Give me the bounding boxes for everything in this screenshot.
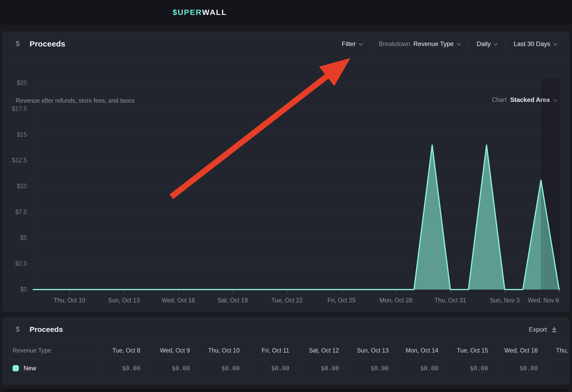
chart-type-value: Stacked Area — [510, 96, 550, 103]
date-range-value: Last 30 Days — [514, 40, 550, 48]
chart-subtitle: Revenue after refunds, store fees, and t… — [16, 97, 134, 104]
table-cell-value: $0.00 — [397, 359, 447, 377]
table-header-date: Sun, Oct 13 — [347, 342, 397, 359]
table-panel-title: Proceeds — [30, 325, 63, 334]
table-header-date: Thu, Oct 17 — [546, 342, 569, 359]
table-cell-value: $0.00 — [99, 359, 149, 377]
breakdown-value: Revenue Type — [413, 40, 454, 48]
table-header-date: Wed, Oct 9 — [149, 342, 198, 359]
divider — [371, 38, 371, 49]
next-panel-sliver — [2, 389, 569, 392]
table-header-date: Mon, Oct 14 — [397, 342, 447, 359]
table-header-date: Tue, Oct 15 — [447, 342, 496, 359]
table-header-date: Tue, Oct 8 — [99, 342, 149, 359]
chevron-down-icon — [553, 97, 557, 101]
chevron-down-icon — [359, 41, 363, 45]
chart-controls: Filter Breakdown Revenue Type Daily Last… — [342, 38, 557, 49]
export-label: Export — [529, 326, 547, 333]
logo-accent-text: $UPER — [173, 8, 202, 17]
chart-type-dropdown[interactable]: Chart Stacked Area — [492, 96, 557, 103]
table-cell-value: $0.00 — [198, 359, 248, 377]
chart-panel-title: Proceeds — [30, 39, 65, 48]
table-cell-value: $0.00 — [546, 359, 569, 377]
date-range-dropdown[interactable]: Last 30 Days — [514, 40, 557, 48]
chart-type-label: Chart — [492, 96, 507, 103]
logo-rest-text: WALL — [202, 8, 227, 17]
topbar: $UPERWALL — [0, 0, 572, 24]
breakdown-label: Breakdown — [379, 40, 410, 48]
breakdown-dropdown[interactable]: Breakdown Revenue Type — [379, 40, 461, 48]
table-row-label: New — [24, 365, 36, 372]
chevron-down-icon — [494, 41, 498, 45]
table-header-date: Wed, Oct 16 — [496, 342, 546, 359]
table-header-revenue-type: Revenue Type — [2, 342, 99, 359]
download-icon — [551, 326, 557, 333]
table-header-date: Fri, Oct 11 — [248, 342, 298, 359]
export-button[interactable]: Export — [529, 326, 557, 333]
page: $UPERWALL $ Proceeds Filter Breakdown Re… — [0, 0, 572, 392]
divider — [469, 38, 469, 49]
superwall-logo[interactable]: $UPERWALL — [173, 0, 227, 24]
chevron-down-icon — [457, 41, 461, 45]
table-cell-value: $0.00 — [149, 359, 198, 377]
table-cell-value: $0.00 — [248, 359, 298, 377]
interval-dropdown[interactable]: Daily — [477, 40, 498, 48]
table-header-date: Sat, Oct 12 — [298, 342, 347, 359]
table-row-label-cell: New — [2, 359, 99, 377]
divider — [506, 38, 506, 49]
table-cell-value: $0.00 — [447, 359, 496, 377]
proceeds-table-panel: $ Proceeds Export Revenue TypeTue, Oct 8… — [2, 317, 569, 385]
table-panel-header: $ Proceeds Export — [2, 317, 569, 342]
filter-dropdown[interactable]: Filter — [342, 40, 363, 48]
dollar-icon: $ — [16, 325, 20, 333]
series-color-chip — [13, 365, 19, 371]
interval-value: Daily — [477, 40, 491, 48]
chart-panel-header: $ Proceeds Filter Breakdown Revenue Type… — [2, 31, 569, 56]
table-header-date: Thu, Oct 10 — [198, 342, 248, 359]
filter-label: Filter — [342, 40, 356, 48]
table-cell-value: $0.00 — [347, 359, 397, 377]
dollar-icon: $ — [16, 40, 20, 48]
chevron-down-icon — [553, 41, 557, 45]
proceeds-chart-panel: $ Proceeds Filter Breakdown Revenue Type… — [2, 31, 569, 312]
table-cell-value: $0.00 — [496, 359, 546, 377]
table-cell-value: $0.00 — [298, 359, 347, 377]
proceeds-table: Revenue TypeTue, Oct 8Wed, Oct 9Thu, Oct… — [2, 342, 569, 377]
